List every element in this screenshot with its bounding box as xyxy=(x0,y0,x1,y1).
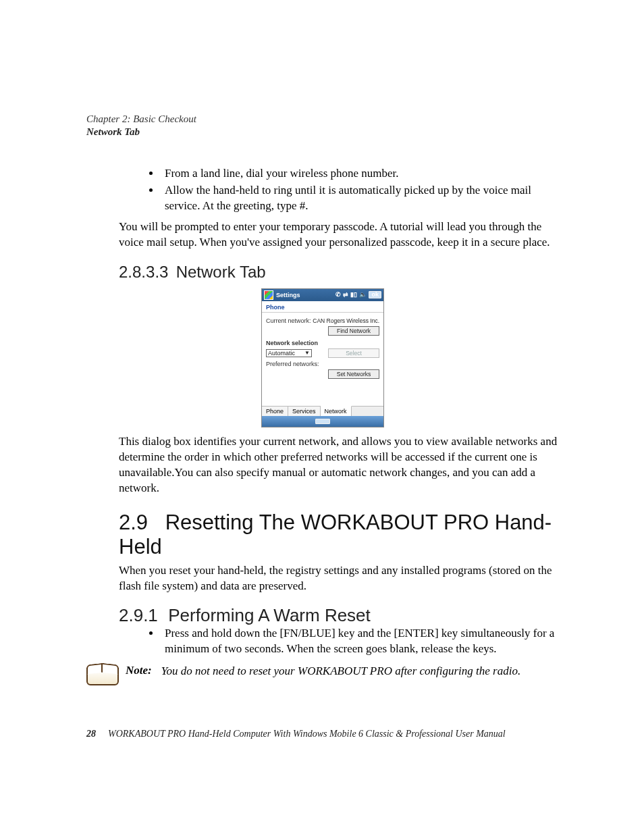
tab-services[interactable]: Services xyxy=(288,407,321,416)
page-footer: 28 WORKABOUT PRO Hand-Held Computer With… xyxy=(86,729,559,739)
set-networks-button[interactable]: Set Networks xyxy=(328,369,379,379)
list-item: Allow the hand-held to ring until it is … xyxy=(161,183,559,214)
speaker-icon: 🔈 xyxy=(359,292,367,298)
find-network-button[interactable]: Find Network xyxy=(328,326,379,336)
device-screenshot: Settings ✆ ⇄ ▮▯ 🔈 ok Phone Current netwo… xyxy=(261,288,384,427)
tab-phone[interactable]: Phone xyxy=(262,407,288,416)
chevron-down-icon: ▼ xyxy=(304,350,310,356)
ok-button[interactable]: ok xyxy=(369,291,381,298)
footer-title: WORKABOUT PRO Hand-Held Computer With Wi… xyxy=(108,729,506,739)
dropdown-value: Automatic xyxy=(268,350,295,357)
current-network-label: Current network: xyxy=(266,317,311,324)
settings-body: Current network: CAN Rogers Wireless Inc… xyxy=(262,313,383,406)
network-selection-label: Network selection xyxy=(266,340,318,346)
window-titlebar: Settings ✆ ⇄ ▮▯ 🔈 ok xyxy=(262,289,383,301)
current-network-value: CAN Rogers Wireless Inc. xyxy=(313,317,379,324)
bullet-list-291: Press and hold down the [FN/BLUE] key an… xyxy=(86,626,559,657)
paragraph: You will be prompted to enter your tempo… xyxy=(119,219,559,251)
tab-network[interactable]: Network xyxy=(321,406,352,416)
phone-icon: ✆ xyxy=(336,292,341,298)
heading-number: 2.9.1 xyxy=(119,605,163,626)
select-button: Select xyxy=(328,348,379,358)
book-icon xyxy=(86,664,116,684)
heading-2-8-3-3: 2.8.3.3 Network Tab xyxy=(119,263,559,282)
paragraph: When you reset your hand-held, the regis… xyxy=(119,563,559,594)
preferred-networks-label: Preferred networks: xyxy=(266,361,319,367)
heading-2-9: 2.9 Resetting The WORKABOUT PRO Hand-Hel… xyxy=(119,511,559,559)
note-block: Note: You do not need to reset your WORK… xyxy=(86,664,559,684)
heading-title: Network Tab xyxy=(176,263,266,281)
heading-number: 2.8.3.3 xyxy=(119,263,171,282)
note-text: You do not need to reset your WORKABOUT … xyxy=(161,664,559,679)
list-item: Press and hold down the [FN/BLUE] key an… xyxy=(161,626,559,657)
note-label: Note: xyxy=(126,664,152,677)
tray-icons: ✆ ⇄ ▮▯ 🔈 ok xyxy=(336,291,381,298)
heading-title: Resetting The WORKABOUT PRO Hand-Held xyxy=(119,511,552,558)
windows-start-icon xyxy=(264,290,273,300)
paragraph: This dialog box identifies your current … xyxy=(119,434,559,496)
keyboard-icon[interactable] xyxy=(315,419,330,424)
section-name: Network Tab xyxy=(86,126,559,138)
heading-number: 2.9 xyxy=(119,511,159,535)
heading-title: Performing A Warm Reset xyxy=(168,605,371,625)
settings-subtitle: Phone xyxy=(262,301,383,313)
signal-icon: ▮▯ xyxy=(350,292,357,298)
page-content: Chapter 2: Basic Checkout Network Tab Fr… xyxy=(86,113,559,684)
page-number: 28 xyxy=(86,729,96,739)
sync-icon: ⇄ xyxy=(343,292,348,298)
bullet-list-top: From a land line, dial your wireless pho… xyxy=(86,166,559,214)
list-item: From a land line, dial your wireless pho… xyxy=(161,166,559,182)
network-selection-dropdown[interactable]: Automatic ▼ xyxy=(266,349,312,357)
chapter-line: Chapter 2: Basic Checkout xyxy=(86,113,559,125)
sip-bar xyxy=(262,416,383,427)
heading-2-9-1: 2.9.1 Performing A Warm Reset xyxy=(119,605,559,626)
window-title: Settings xyxy=(276,292,300,298)
tab-bar: Phone Services Network xyxy=(262,406,383,416)
